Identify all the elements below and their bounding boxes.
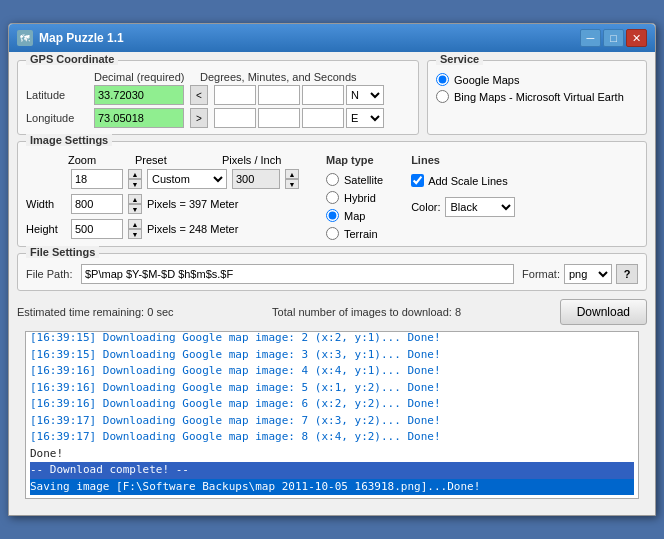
map-type-title: Map type [326, 154, 383, 166]
width-label: Width [26, 198, 66, 210]
close-button[interactable]: ✕ [626, 29, 647, 47]
ppi-up-button[interactable]: ▲ [285, 169, 299, 179]
longitude-row: Longitude > E W [26, 108, 410, 128]
lat-sec-input[interactable] [302, 85, 344, 105]
lon-label: Longitude [26, 112, 88, 124]
top-row: GPS Coordinate Decimal (required) Degree… [17, 60, 647, 141]
bing-maps-option[interactable]: Bing Maps - Microsoft Virtual Earth [436, 90, 638, 103]
ppi-down-button[interactable]: ▼ [285, 179, 299, 189]
file-settings-section: File Settings File Path: Format: png jpg… [17, 253, 647, 291]
color-select[interactable]: Black White Red [445, 197, 515, 217]
terrain-option[interactable]: Terrain [326, 227, 383, 240]
google-maps-option[interactable]: Google Maps [436, 73, 638, 86]
width-meters: Pixels = 397 Meter [147, 198, 238, 210]
height-label: Height [26, 223, 66, 235]
lon-min-input[interactable] [258, 108, 300, 128]
zoom-up-button[interactable]: ▲ [128, 169, 142, 179]
satellite-radio[interactable] [326, 173, 339, 186]
download-button[interactable]: Download [560, 299, 647, 325]
title-bar: 🗺 Map Puzzle 1.1 ─ □ ✕ [9, 24, 655, 52]
add-scale-lines-checkbox[interactable] [411, 174, 424, 187]
image-left-col: Zoom Preset Pixels / Inch ▲ ▼ Custom [26, 154, 302, 239]
maximize-button[interactable]: □ [603, 29, 624, 47]
ppi-col-header: Pixels / Inch [222, 154, 302, 166]
minimize-button[interactable]: ─ [580, 29, 601, 47]
height-up-button[interactable]: ▲ [128, 219, 142, 229]
lon-arrow-button[interactable]: > [190, 108, 208, 128]
status-row: Estimated time remaining: 0 sec Total nu… [17, 297, 647, 329]
lines-title: Lines [411, 154, 515, 166]
height-meters: Pixels = 248 Meter [147, 223, 238, 235]
lines-section: Lines Add Scale Lines Color: Black White… [411, 154, 515, 217]
zoom-col-header: Zoom [68, 154, 128, 166]
lat-arrow-button[interactable]: < [190, 85, 208, 105]
terrain-label: Terrain [344, 228, 378, 240]
log-line: [16:39:17] Downloading Google map image:… [30, 429, 634, 446]
map-option[interactable]: Map [326, 209, 383, 222]
log-line: [16:39:15] Downloading Google map image:… [30, 347, 634, 364]
main-window: 🗺 Map Puzzle 1.1 ─ □ ✕ GPS Coordinate De… [8, 23, 656, 516]
height-spinners: ▲ ▼ [128, 219, 142, 239]
service-section: Service Google Maps Bing Maps - Microsof… [427, 60, 647, 135]
lat-label: Latitude [26, 89, 88, 101]
hybrid-option[interactable]: Hybrid [326, 191, 383, 204]
google-maps-radio[interactable] [436, 73, 449, 86]
lon-decimal-input[interactable] [94, 108, 184, 128]
service-title: Service [436, 53, 483, 65]
terrain-radio[interactable] [326, 227, 339, 240]
bing-maps-radio[interactable] [436, 90, 449, 103]
file-settings-title: File Settings [26, 246, 99, 258]
log-line: Saving image [F:\Software Backups\map 20… [30, 479, 634, 496]
log-area[interactable]: Saving image [F:\Software Backups\map 20… [25, 331, 639, 499]
service-radio-group: Google Maps Bing Maps - Microsoft Virtua… [436, 73, 638, 103]
time-remaining: Estimated time remaining: 0 sec [17, 306, 174, 318]
preset-col-header: Preset [135, 154, 217, 166]
log-line: [16:39:16] Downloading Google map image:… [30, 396, 634, 413]
height-down-button[interactable]: ▼ [128, 229, 142, 239]
width-input[interactable] [71, 194, 123, 214]
image-settings-content: Zoom Preset Pixels / Inch ▲ ▼ Custom [26, 154, 638, 240]
width-down-button[interactable]: ▼ [128, 204, 142, 214]
hybrid-radio[interactable] [326, 191, 339, 204]
preset-select[interactable]: Custom [147, 169, 227, 189]
format-label: Format: [522, 268, 560, 280]
width-spinners: ▲ ▼ [128, 194, 142, 214]
gps-section: GPS Coordinate Decimal (required) Degree… [17, 60, 419, 135]
color-label: Color: [411, 201, 440, 213]
map-label: Map [344, 210, 365, 222]
hybrid-label: Hybrid [344, 192, 376, 204]
bing-maps-label: Bing Maps - Microsoft Virtual Earth [454, 91, 624, 103]
lat-min-input[interactable] [258, 85, 300, 105]
lat-decimal-input[interactable] [94, 85, 184, 105]
help-button[interactable]: ? [616, 264, 638, 284]
main-content: GPS Coordinate Decimal (required) Degree… [9, 52, 655, 515]
gps-title: GPS Coordinate [26, 53, 118, 65]
google-maps-label: Google Maps [454, 74, 519, 86]
lat-dir-select[interactable]: N S [346, 85, 384, 105]
lon-deg-input[interactable] [214, 108, 256, 128]
log-line: [16:39:16] Downloading Google map image:… [30, 380, 634, 397]
ppi-input[interactable] [232, 169, 280, 189]
lon-dir-select[interactable]: E W [346, 108, 384, 128]
lon-sec-input[interactable] [302, 108, 344, 128]
total-images: Total number of images to download: 8 [272, 306, 461, 318]
lon-dms-inputs: E W [214, 108, 384, 128]
format-select[interactable]: png jpg bmp [564, 264, 612, 284]
app-icon: 🗺 [17, 30, 33, 46]
satellite-label: Satellite [344, 174, 383, 186]
map-radio[interactable] [326, 209, 339, 222]
file-path-label: File Path: [26, 268, 81, 280]
height-input[interactable] [71, 219, 123, 239]
width-up-button[interactable]: ▲ [128, 194, 142, 204]
satellite-option[interactable]: Satellite [326, 173, 383, 186]
log-line: [16:39:17] Downloading Google map image:… [30, 413, 634, 430]
file-path-input[interactable] [81, 264, 514, 284]
color-row: Color: Black White Red [411, 197, 515, 217]
dms-header: Degrees, Minutes, and Seconds [200, 71, 357, 83]
decimal-header: Decimal (required) [94, 71, 192, 83]
log-line: [16:39:15] Downloading Google map image:… [30, 331, 634, 347]
zoom-input[interactable] [71, 169, 123, 189]
zoom-down-button[interactable]: ▼ [128, 179, 142, 189]
lat-deg-input[interactable] [214, 85, 256, 105]
add-scale-lines-option[interactable]: Add Scale Lines [411, 174, 515, 187]
